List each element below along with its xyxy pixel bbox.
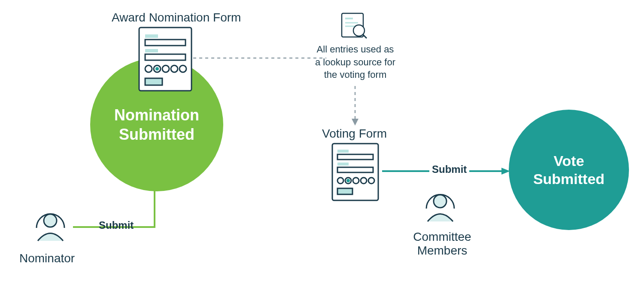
svg-point-33 [44,214,57,227]
vote-line1: Vote [533,152,605,170]
lookup-note-l1: All entries used as [309,43,401,56]
lookup-note-l2: a lookup source for [309,56,401,69]
committee-l2: Members [410,244,474,258]
svg-point-28 [346,179,350,182]
nominator-person-icon [30,204,71,245]
submit-label-2: Submit [429,163,469,175]
committee-l1: Committee [410,230,474,244]
lookup-document-icon [339,11,369,41]
svg-rect-1 [145,34,158,38]
svg-rect-3 [145,49,158,52]
nomination-form-icon [137,26,193,92]
nominator-label: Nominator [19,252,75,265]
dashed-line-horizontal [193,56,326,60]
svg-rect-22 [337,150,349,153]
lookup-note-l3: the voting form [309,68,401,81]
svg-point-7 [155,67,159,71]
svg-marker-20 [352,119,358,126]
submit-label-1: Submit [99,219,134,231]
svg-rect-24 [337,163,349,166]
voting-form-label: Voting Form [322,127,387,141]
vote-submitted-circle: Vote Submitted [509,110,629,230]
committee-person-icon [420,185,461,226]
vote-line2: Submitted [533,170,605,188]
dashed-arrow-down [349,86,361,127]
lookup-note: All entries used as a lookup source for … [309,43,401,81]
voting-form-icon [331,142,380,202]
svg-marker-34 [150,183,159,191]
committee-label: Committee Members [410,230,474,258]
nomination-line2: Submitted [114,125,199,144]
nomination-line1: Nomination [114,105,199,125]
svg-point-35 [434,195,447,208]
svg-rect-11 [145,78,162,85]
svg-marker-37 [501,168,510,175]
svg-rect-32 [337,188,352,194]
award-nomination-form-label: Award Nomination Form [112,11,241,25]
